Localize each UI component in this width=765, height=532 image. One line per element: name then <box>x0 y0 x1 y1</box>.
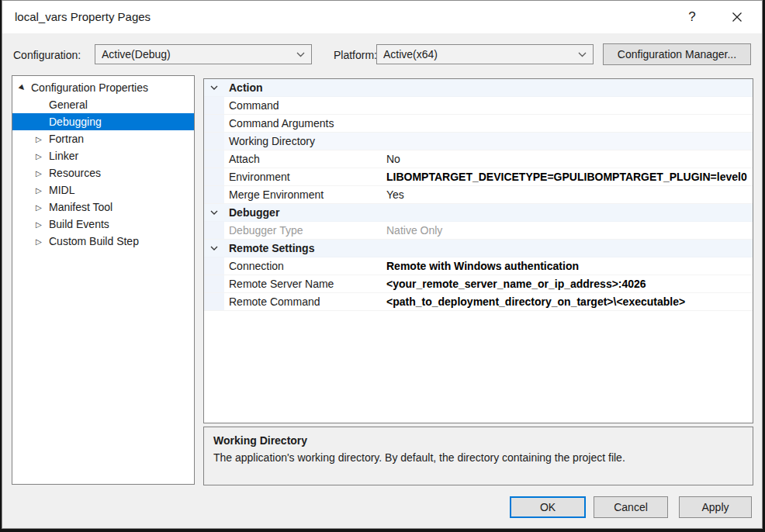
cancel-button[interactable]: Cancel <box>594 496 668 518</box>
property-value[interactable]: <path_to_deployment_directory_on_target>… <box>381 295 753 308</box>
property-name: Merge Environment <box>224 188 381 201</box>
chevron-down-icon <box>578 52 587 57</box>
chevron-down-icon <box>210 210 218 215</box>
tree-collapsed-icon[interactable]: ▷ <box>36 220 49 229</box>
grid-row-debugger-type[interactable]: Debugger Type Native Only <box>204 222 753 240</box>
property-name: Command <box>224 99 381 112</box>
property-tree: ▶ Configuration Properties General Debug… <box>12 75 195 485</box>
tree-collapsed-icon[interactable]: ▷ <box>36 186 49 195</box>
tree-collapsed-icon[interactable]: ▷ <box>36 152 49 161</box>
tree-item-label: Linker <box>49 150 78 162</box>
tree-item-general[interactable]: General <box>12 96 194 113</box>
description-title: Working Directory <box>213 434 743 447</box>
chevron-down-icon <box>296 52 305 57</box>
grid-row-attach[interactable]: Attach No <box>204 150 753 168</box>
property-value[interactable]: LIBOMPTARGET_DEVICETYPE=GPULIBOMPTARGET_… <box>381 171 753 183</box>
tree-item-label: Build Events <box>49 218 109 230</box>
tree-item-label: Configuration Properties <box>31 81 148 94</box>
tree-item-midl[interactable]: ▷ MIDL <box>12 181 194 199</box>
grid-row-command[interactable]: Command <box>204 97 753 115</box>
tree-item-label: Debugging <box>49 116 102 128</box>
tree-item-manifest-tool[interactable]: ▷ Manifest Tool <box>12 199 194 216</box>
property-name: Debugger Type <box>224 224 381 237</box>
platform-value: Active(x64) <box>383 48 578 60</box>
property-name: Connection <box>224 260 381 272</box>
tree-item-debugging[interactable]: Debugging <box>12 113 194 130</box>
configuration-label: Configuration: <box>13 49 81 61</box>
description-text: The application's working directory. By … <box>213 451 743 464</box>
property-pages-dialog: local_vars Property Pages ? Configuratio… <box>2 0 763 529</box>
chevron-down-icon <box>210 85 218 90</box>
grid-group-debugger[interactable]: Debugger <box>204 204 753 222</box>
chevron-down-icon <box>210 246 218 250</box>
window-title: local_vars Property Pages <box>15 10 151 23</box>
property-value[interactable]: No <box>381 153 753 165</box>
tree-item-label: Manifest Tool <box>49 201 112 213</box>
tree-item-build-events[interactable]: ▷ Build Events <box>12 216 194 233</box>
platform-label: Platform: <box>334 49 377 61</box>
tree-collapsed-icon[interactable]: ▷ <box>36 135 49 143</box>
tree-item-label: MIDL <box>49 184 74 196</box>
title-bar: local_vars Property Pages ? <box>2 1 762 33</box>
property-value[interactable]: <your_remote_server_name_or_ip_address>:… <box>381 278 753 290</box>
tree-item-label: Custom Build Step <box>49 235 139 247</box>
group-label: Debugger <box>224 206 381 219</box>
property-value: Native Only <box>381 224 753 237</box>
grid-row-remote-command[interactable]: Remote Command <path_to_deployment_direc… <box>204 293 753 311</box>
grid-row-working-directory[interactable]: Working Directory <box>204 133 753 150</box>
group-label: Remote Settings <box>224 242 381 254</box>
grid-row-connection[interactable]: Connection Remote with Windows authentic… <box>204 257 753 275</box>
apply-button[interactable]: Apply <box>679 496 752 518</box>
tree-item-resources[interactable]: ▷ Resources <box>12 164 194 181</box>
property-name: Attach <box>224 153 381 165</box>
tree-item-custom-build-step[interactable]: ▷ Custom Build Step <box>12 233 194 250</box>
tree-collapsed-icon[interactable]: ▷ <box>36 203 49 212</box>
grid-row-merge-environment[interactable]: Merge Environment Yes <box>204 186 753 204</box>
tree-item-fortran[interactable]: ▷ Fortran <box>12 130 194 147</box>
grid-row-remote-server-name[interactable]: Remote Server Name <your_remote_server_n… <box>204 275 753 293</box>
grid-group-remote-settings[interactable]: Remote Settings <box>204 240 753 257</box>
property-grid: Action Command Command Arguments Working… <box>203 78 753 423</box>
configuration-select[interactable]: Active(Debug) <box>95 44 312 64</box>
group-label: Action <box>224 81 381 94</box>
tree-expanded-icon[interactable]: ▶ <box>16 81 29 94</box>
tree-item-label: General <box>49 98 88 111</box>
grid-row-command-arguments[interactable]: Command Arguments <box>204 115 753 133</box>
property-name: Remote Server Name <box>224 278 381 290</box>
tree-item-linker[interactable]: ▷ Linker <box>12 147 194 164</box>
platform-select[interactable]: Active(x64) <box>376 44 594 64</box>
property-name: Working Directory <box>224 135 381 147</box>
close-icon <box>732 12 742 22</box>
close-button[interactable] <box>724 5 750 29</box>
property-value[interactable]: Yes <box>381 188 753 201</box>
tree-collapsed-icon[interactable]: ▷ <box>36 169 49 178</box>
tree-item-configuration-properties[interactable]: ▶ Configuration Properties <box>12 79 194 96</box>
configuration-manager-button[interactable]: Configuration Manager... <box>603 43 751 65</box>
grid-group-action[interactable]: Action <box>204 79 753 97</box>
configuration-value: Active(Debug) <box>102 48 296 60</box>
description-panel: Working Directory The application's work… <box>203 427 753 485</box>
help-icon: ? <box>688 9 695 25</box>
grid-row-environment[interactable]: Environment LIBOMPTARGET_DEVICETYPE=GPUL… <box>204 168 753 186</box>
property-value[interactable]: Remote with Windows authentication <box>381 260 753 272</box>
property-name: Command Arguments <box>224 117 381 130</box>
help-button[interactable]: ? <box>679 5 705 29</box>
tree-item-label: Resources <box>49 167 101 179</box>
tree-item-label: Fortran <box>49 133 84 145</box>
tree-collapsed-icon[interactable]: ▷ <box>36 237 49 246</box>
property-name: Remote Command <box>224 295 381 308</box>
property-name: Environment <box>224 171 381 183</box>
configuration-bar: Configuration: Active(Debug) Platform: A… <box>2 33 762 75</box>
ok-button[interactable]: OK <box>510 496 586 518</box>
